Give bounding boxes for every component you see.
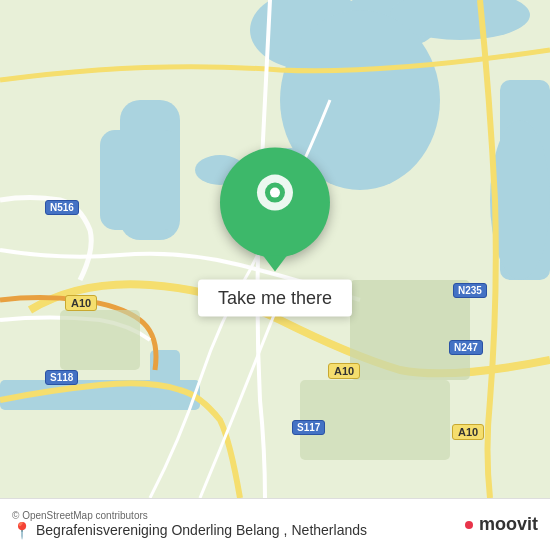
road-label-n247: N247	[449, 340, 483, 355]
attribution-text: © OpenStreetMap contributors	[12, 510, 367, 521]
road-label-s118: S118	[45, 370, 78, 385]
svg-rect-6	[100, 130, 180, 230]
footer-location: 📍 Begrafenisvereniging Onderling Belang,…	[12, 521, 367, 540]
road-label-a10-center: A10	[328, 363, 360, 379]
svg-point-18	[270, 188, 280, 198]
footer-left: © OpenStreetMap contributors 📍 Begrafeni…	[12, 510, 367, 540]
moovit-dot-icon	[465, 521, 473, 529]
popup-bubble[interactable]	[220, 148, 330, 258]
road-label-n516: N516	[45, 200, 79, 215]
road-label-a10-left: A10	[65, 295, 97, 311]
footer-bar: © OpenStreetMap contributors 📍 Begrafeni…	[0, 498, 550, 550]
svg-rect-14	[60, 310, 140, 370]
svg-point-12	[490, 120, 550, 280]
popup-take-me-there[interactable]: Take me there	[198, 280, 352, 317]
map-popup[interactable]: Take me there	[198, 148, 352, 317]
location-country: Netherlands	[292, 522, 368, 538]
road-label-a10-bottom: A10	[452, 424, 484, 440]
road-label-n235: N235	[453, 283, 487, 298]
location-pin-icon	[250, 173, 300, 233]
map-area[interactable]: N516 A10 A10 S118 S117 N235 N247 A10 Tak…	[0, 0, 550, 498]
app-container: N516 A10 A10 S118 S117 N235 N247 A10 Tak…	[0, 0, 550, 550]
svg-rect-13	[350, 280, 470, 380]
location-name: Begrafenisvereniging Onderling Belang	[36, 522, 280, 538]
moovit-brand-text: moovit	[479, 514, 538, 535]
road-label-s117: S117	[292, 420, 325, 435]
moovit-logo: moovit	[465, 514, 538, 535]
location-marker-icon: 📍	[12, 521, 32, 540]
